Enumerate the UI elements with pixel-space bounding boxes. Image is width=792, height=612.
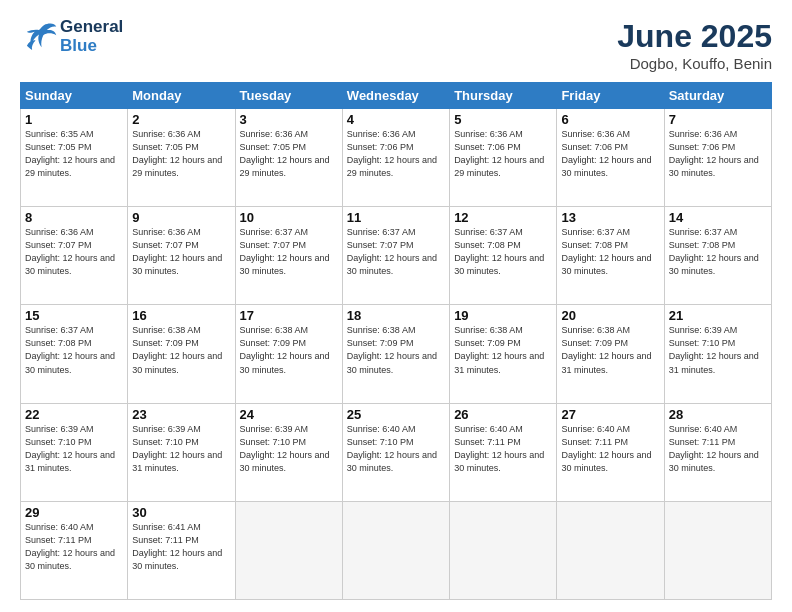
day-info: Sunrise: 6:36 AMSunset: 7:06 PMDaylight:… [347, 128, 445, 180]
table-row: 19Sunrise: 6:38 AMSunset: 7:09 PMDayligh… [450, 305, 557, 403]
page: General Blue June 2025 Dogbo, Kouffo, Be… [0, 0, 792, 612]
calendar-week-row: 15Sunrise: 6:37 AMSunset: 7:08 PMDayligh… [21, 305, 772, 403]
day-number: 5 [454, 112, 552, 127]
day-info: Sunrise: 6:37 AMSunset: 7:08 PMDaylight:… [669, 226, 767, 278]
table-row: 30Sunrise: 6:41 AMSunset: 7:11 PMDayligh… [128, 501, 235, 599]
table-row: 18Sunrise: 6:38 AMSunset: 7:09 PMDayligh… [342, 305, 449, 403]
table-row: 12Sunrise: 6:37 AMSunset: 7:08 PMDayligh… [450, 207, 557, 305]
calendar-week-row: 29Sunrise: 6:40 AMSunset: 7:11 PMDayligh… [21, 501, 772, 599]
day-info: Sunrise: 6:37 AMSunset: 7:07 PMDaylight:… [240, 226, 338, 278]
day-info: Sunrise: 6:36 AMSunset: 7:07 PMDaylight:… [25, 226, 123, 278]
table-row [450, 501, 557, 599]
day-info: Sunrise: 6:35 AMSunset: 7:05 PMDaylight:… [25, 128, 123, 180]
table-row [557, 501, 664, 599]
day-number: 9 [132, 210, 230, 225]
day-info: Sunrise: 6:36 AMSunset: 7:05 PMDaylight:… [132, 128, 230, 180]
day-info: Sunrise: 6:40 AMSunset: 7:11 PMDaylight:… [454, 423, 552, 475]
day-number: 29 [25, 505, 123, 520]
day-info: Sunrise: 6:38 AMSunset: 7:09 PMDaylight:… [561, 324, 659, 376]
logo: General Blue [20, 18, 123, 55]
table-row: 21Sunrise: 6:39 AMSunset: 7:10 PMDayligh… [664, 305, 771, 403]
col-sunday: Sunday [21, 83, 128, 109]
day-info: Sunrise: 6:40 AMSunset: 7:11 PMDaylight:… [669, 423, 767, 475]
day-number: 12 [454, 210, 552, 225]
table-row: 28Sunrise: 6:40 AMSunset: 7:11 PMDayligh… [664, 403, 771, 501]
day-info: Sunrise: 6:39 AMSunset: 7:10 PMDaylight:… [240, 423, 338, 475]
table-row: 13Sunrise: 6:37 AMSunset: 7:08 PMDayligh… [557, 207, 664, 305]
day-info: Sunrise: 6:36 AMSunset: 7:05 PMDaylight:… [240, 128, 338, 180]
day-info: Sunrise: 6:37 AMSunset: 7:08 PMDaylight:… [561, 226, 659, 278]
table-row: 9Sunrise: 6:36 AMSunset: 7:07 PMDaylight… [128, 207, 235, 305]
table-row: 11Sunrise: 6:37 AMSunset: 7:07 PMDayligh… [342, 207, 449, 305]
table-row: 17Sunrise: 6:38 AMSunset: 7:09 PMDayligh… [235, 305, 342, 403]
day-info: Sunrise: 6:39 AMSunset: 7:10 PMDaylight:… [132, 423, 230, 475]
day-number: 10 [240, 210, 338, 225]
day-number: 11 [347, 210, 445, 225]
day-info: Sunrise: 6:39 AMSunset: 7:10 PMDaylight:… [25, 423, 123, 475]
table-row: 27Sunrise: 6:40 AMSunset: 7:11 PMDayligh… [557, 403, 664, 501]
day-info: Sunrise: 6:38 AMSunset: 7:09 PMDaylight:… [240, 324, 338, 376]
day-info: Sunrise: 6:37 AMSunset: 7:08 PMDaylight:… [25, 324, 123, 376]
day-number: 1 [25, 112, 123, 127]
table-row: 16Sunrise: 6:38 AMSunset: 7:09 PMDayligh… [128, 305, 235, 403]
header: General Blue June 2025 Dogbo, Kouffo, Be… [20, 18, 772, 72]
table-row: 20Sunrise: 6:38 AMSunset: 7:09 PMDayligh… [557, 305, 664, 403]
day-number: 18 [347, 308, 445, 323]
table-row: 6Sunrise: 6:36 AMSunset: 7:06 PMDaylight… [557, 109, 664, 207]
day-info: Sunrise: 6:40 AMSunset: 7:11 PMDaylight:… [561, 423, 659, 475]
col-saturday: Saturday [664, 83, 771, 109]
table-row: 22Sunrise: 6:39 AMSunset: 7:10 PMDayligh… [21, 403, 128, 501]
day-number: 14 [669, 210, 767, 225]
day-number: 19 [454, 308, 552, 323]
day-number: 7 [669, 112, 767, 127]
table-row: 2Sunrise: 6:36 AMSunset: 7:05 PMDaylight… [128, 109, 235, 207]
day-info: Sunrise: 6:38 AMSunset: 7:09 PMDaylight:… [132, 324, 230, 376]
logo-icon [20, 21, 58, 53]
day-number: 21 [669, 308, 767, 323]
day-number: 30 [132, 505, 230, 520]
day-number: 27 [561, 407, 659, 422]
col-friday: Friday [557, 83, 664, 109]
table-row: 10Sunrise: 6:37 AMSunset: 7:07 PMDayligh… [235, 207, 342, 305]
col-wednesday: Wednesday [342, 83, 449, 109]
day-number: 16 [132, 308, 230, 323]
day-number: 25 [347, 407, 445, 422]
table-row: 4Sunrise: 6:36 AMSunset: 7:06 PMDaylight… [342, 109, 449, 207]
day-info: Sunrise: 6:37 AMSunset: 7:07 PMDaylight:… [347, 226, 445, 278]
day-info: Sunrise: 6:37 AMSunset: 7:08 PMDaylight:… [454, 226, 552, 278]
day-number: 3 [240, 112, 338, 127]
col-tuesday: Tuesday [235, 83, 342, 109]
calendar-week-row: 22Sunrise: 6:39 AMSunset: 7:10 PMDayligh… [21, 403, 772, 501]
day-info: Sunrise: 6:41 AMSunset: 7:11 PMDaylight:… [132, 521, 230, 573]
day-number: 20 [561, 308, 659, 323]
table-row: 8Sunrise: 6:36 AMSunset: 7:07 PMDaylight… [21, 207, 128, 305]
day-info: Sunrise: 6:40 AMSunset: 7:11 PMDaylight:… [25, 521, 123, 573]
table-row: 7Sunrise: 6:36 AMSunset: 7:06 PMDaylight… [664, 109, 771, 207]
day-number: 24 [240, 407, 338, 422]
day-info: Sunrise: 6:39 AMSunset: 7:10 PMDaylight:… [669, 324, 767, 376]
day-number: 15 [25, 308, 123, 323]
calendar-header-row: Sunday Monday Tuesday Wednesday Thursday… [21, 83, 772, 109]
day-info: Sunrise: 6:38 AMSunset: 7:09 PMDaylight:… [454, 324, 552, 376]
table-row: 5Sunrise: 6:36 AMSunset: 7:06 PMDaylight… [450, 109, 557, 207]
day-info: Sunrise: 6:36 AMSunset: 7:06 PMDaylight:… [669, 128, 767, 180]
day-info: Sunrise: 6:36 AMSunset: 7:07 PMDaylight:… [132, 226, 230, 278]
table-row: 24Sunrise: 6:39 AMSunset: 7:10 PMDayligh… [235, 403, 342, 501]
calendar-week-row: 1Sunrise: 6:35 AMSunset: 7:05 PMDaylight… [21, 109, 772, 207]
table-row: 25Sunrise: 6:40 AMSunset: 7:10 PMDayligh… [342, 403, 449, 501]
table-row: 3Sunrise: 6:36 AMSunset: 7:05 PMDaylight… [235, 109, 342, 207]
table-row [342, 501, 449, 599]
day-number: 13 [561, 210, 659, 225]
month-title: June 2025 [617, 18, 772, 55]
table-row: 14Sunrise: 6:37 AMSunset: 7:08 PMDayligh… [664, 207, 771, 305]
calendar-table: Sunday Monday Tuesday Wednesday Thursday… [20, 82, 772, 600]
day-info: Sunrise: 6:36 AMSunset: 7:06 PMDaylight:… [454, 128, 552, 180]
day-number: 4 [347, 112, 445, 127]
day-number: 17 [240, 308, 338, 323]
day-info: Sunrise: 6:38 AMSunset: 7:09 PMDaylight:… [347, 324, 445, 376]
day-number: 2 [132, 112, 230, 127]
col-thursday: Thursday [450, 83, 557, 109]
day-info: Sunrise: 6:36 AMSunset: 7:06 PMDaylight:… [561, 128, 659, 180]
table-row: 23Sunrise: 6:39 AMSunset: 7:10 PMDayligh… [128, 403, 235, 501]
day-number: 22 [25, 407, 123, 422]
